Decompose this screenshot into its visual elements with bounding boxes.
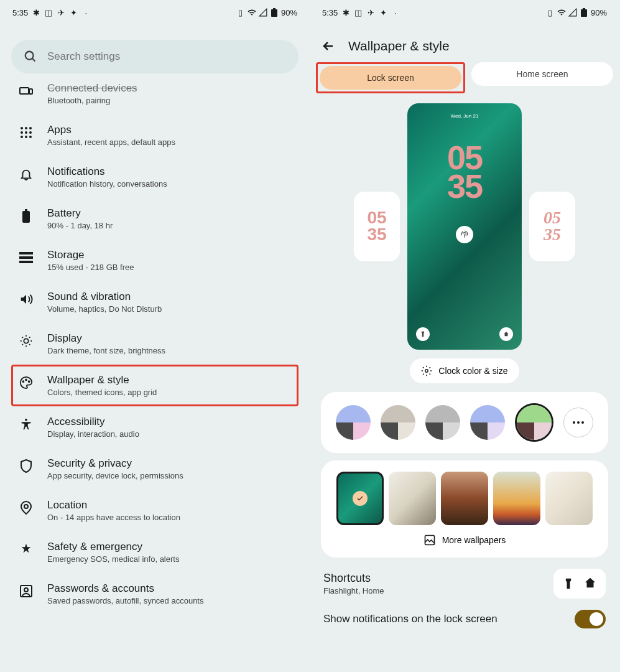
- svg-rect-5: [29, 89, 32, 94]
- item-title: Sound & vibration: [47, 291, 291, 303]
- shortcuts-row[interactable]: Shortcuts Flashlight, Home: [323, 569, 606, 599]
- svg-point-31: [573, 421, 575, 424]
- app-icon-2: ✦: [69, 8, 78, 17]
- app-icon-2: ✦: [379, 8, 387, 17]
- color-swatch-2[interactable]: [425, 405, 460, 440]
- wallpaper-thumb-2[interactable]: [441, 472, 488, 525]
- more-wallpapers-button[interactable]: More wallpapers: [332, 534, 597, 546]
- item-title: Storage: [47, 249, 291, 261]
- brightness-icon: [19, 334, 34, 348]
- tab-lock-screen[interactable]: Lock screen: [320, 66, 461, 90]
- signal-icon: [259, 8, 267, 17]
- svg-point-11: [29, 131, 32, 134]
- signal-icon: [568, 8, 577, 17]
- back-button[interactable]: [321, 39, 336, 54]
- lock-screen-preview[interactable]: Wed, Jun 21 05 35: [407, 103, 522, 350]
- devices-icon: [19, 83, 34, 98]
- shortcuts-preview: [553, 569, 606, 599]
- clock-color-size-button[interactable]: Clock color & size: [410, 358, 519, 383]
- storage-icon: [19, 250, 34, 265]
- battery-icon: [270, 8, 279, 17]
- settings-list: Connected devices Bluetooth, pairing App…: [0, 82, 310, 615]
- svg-point-23: [29, 381, 30, 382]
- tabs: Lock screen Home screen: [310, 62, 619, 93]
- settings-item-notifications[interactable]: Notifications Notification history, conv…: [11, 156, 298, 198]
- settings-item-sound[interactable]: Sound & vibration Volume, haptics, Do No…: [11, 281, 298, 323]
- settings-item-accessibility[interactable]: Accessibility Display, interaction, audi…: [11, 406, 298, 448]
- check-icon: [353, 491, 368, 506]
- settings-item-battery[interactable]: Battery 90% - 1 day, 18 hr: [11, 198, 298, 240]
- telegram-icon: ✈: [366, 8, 375, 17]
- search-bar[interactable]: [11, 40, 298, 73]
- svg-rect-29: [583, 8, 585, 9]
- wifi-icon: [557, 8, 566, 17]
- settings-item-security[interactable]: Security & privacy App security, device …: [11, 448, 298, 490]
- wallpaper-thumbnails: [332, 472, 597, 525]
- gear-icon: [421, 365, 432, 376]
- svg-rect-17: [19, 252, 33, 254]
- fingerprint-icon: [456, 226, 473, 243]
- volume-icon: [19, 292, 34, 307]
- svg-point-7: [25, 127, 27, 129]
- settings-item-connected-devices[interactable]: Connected devices Bluetooth, pairing: [11, 82, 298, 114]
- svg-point-14: [29, 136, 32, 138]
- item-subtitle: Notification history, conversations: [47, 179, 291, 189]
- svg-rect-28: [581, 9, 587, 17]
- wallpaper-thumb-1[interactable]: [389, 472, 436, 525]
- more-wp-label: More wallpapers: [442, 535, 506, 545]
- status-bar: 5:35 ✱ ◫ ✈ ✦ · ▯ 90%: [0, 0, 310, 25]
- settings-item-wallpaper[interactable]: Wallpaper & style Colors, themed icons, …: [11, 365, 298, 406]
- settings-item-safety[interactable]: Safety & emergency Emergency SOS, medica…: [11, 531, 298, 573]
- svg-point-24: [25, 419, 27, 421]
- more-colors-button[interactable]: [563, 408, 593, 437]
- wallpaper-thumb-3[interactable]: [493, 472, 540, 525]
- item-title: Safety & emergency: [47, 541, 291, 553]
- item-title: Passwords & accounts: [47, 582, 291, 595]
- color-swatch-0[interactable]: [336, 405, 371, 440]
- flashlight-icon: [562, 576, 575, 591]
- item-title: Apps: [47, 124, 291, 136]
- svg-point-10: [25, 131, 27, 134]
- svg-point-20: [24, 338, 28, 343]
- clock-style-prev[interactable]: 05 35: [354, 192, 400, 261]
- status-time: 5:35: [322, 8, 338, 17]
- accessibility-icon: [19, 417, 34, 432]
- settings-item-storage[interactable]: Storage 15% used - 218 GB free: [11, 240, 298, 281]
- item-title: Location: [47, 499, 291, 511]
- color-swatch-3[interactable]: [470, 405, 505, 440]
- svg-point-30: [425, 370, 428, 373]
- svg-point-2: [25, 52, 34, 60]
- wallpaper-thumb-0[interactable]: [336, 472, 384, 525]
- dot-icon: ·: [391, 8, 400, 17]
- svg-rect-4: [20, 88, 29, 94]
- wallpaper-thumb-4[interactable]: [545, 472, 593, 525]
- settings-item-display[interactable]: Display Dark theme, font size, brightnes…: [11, 323, 298, 365]
- notifications-toggle[interactable]: [575, 610, 606, 628]
- item-subtitle: Saved passwords, autofill, synced accoun…: [47, 596, 291, 605]
- palette-icon: [19, 375, 34, 390]
- color-swatch-4[interactable]: [515, 403, 553, 442]
- svg-point-32: [577, 421, 580, 424]
- phone-icon: ▯: [236, 8, 245, 17]
- clock-style-next[interactable]: 05 35: [529, 192, 575, 261]
- toggle-knob: [590, 612, 603, 626]
- search-input[interactable]: [47, 50, 286, 63]
- image-icon: [423, 534, 436, 546]
- status-time: 5:35: [12, 8, 28, 17]
- location-icon: [19, 500, 34, 515]
- tab-home-screen[interactable]: Home screen: [471, 62, 613, 86]
- color-swatch-1[interactable]: [381, 405, 415, 440]
- dot-icon: ·: [81, 8, 90, 17]
- settings-item-passwords[interactable]: Passwords & accounts Saved passwords, au…: [11, 573, 298, 615]
- item-title: Wallpaper & style: [47, 374, 291, 386]
- svg-point-21: [23, 381, 24, 382]
- settings-screen: 5:35 ✱ ◫ ✈ ✦ · ▯ 90% Connected devices B…: [0, 0, 310, 672]
- app-icon-1: ◫: [354, 8, 363, 17]
- settings-item-apps[interactable]: Apps Assistant, recent apps, default app…: [11, 114, 298, 156]
- wifi-icon: [248, 8, 256, 17]
- settings-item-location[interactable]: Location On - 14 apps have access to loc…: [11, 490, 298, 531]
- item-subtitle: App security, device lock, permissions: [47, 471, 291, 480]
- wallpapers-card: More wallpapers: [321, 460, 608, 558]
- svg-point-27: [24, 588, 28, 592]
- svg-rect-18: [19, 256, 33, 259]
